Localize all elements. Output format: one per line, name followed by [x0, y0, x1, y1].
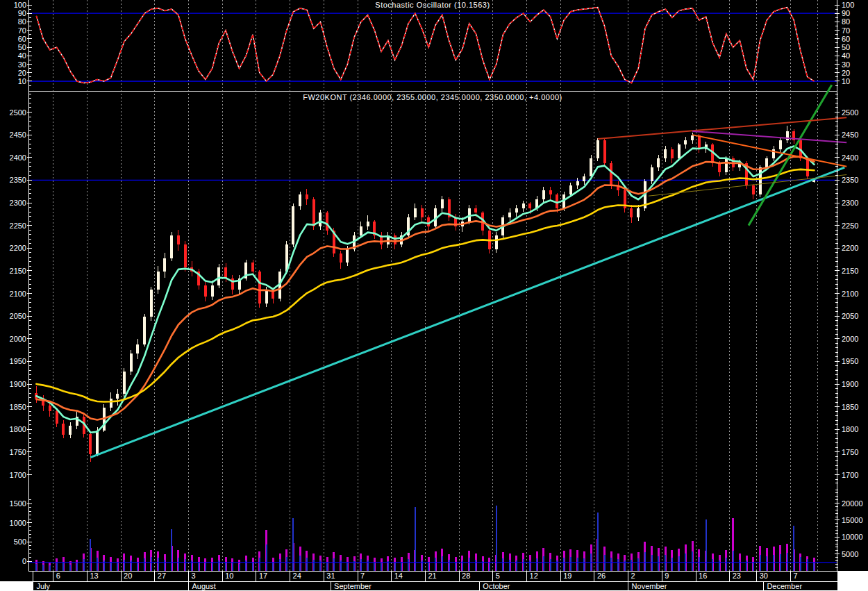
volume-overlay-bar — [610, 558, 612, 571]
volume-overlay-bar — [766, 556, 767, 571]
volume-overlay-bar — [449, 560, 450, 571]
volume-overlay-bar — [83, 559, 85, 571]
month-label: December — [767, 582, 802, 590]
candle-down — [89, 434, 92, 454]
candle-down — [251, 263, 254, 272]
week-label: 2 — [631, 572, 635, 580]
volume-overlay-bar — [401, 562, 402, 571]
candle-up — [414, 208, 417, 217]
stoch-axis-label: 10 — [842, 77, 850, 85]
candle-up — [96, 431, 99, 455]
volume-overlay-bar — [665, 555, 666, 571]
candle-down — [306, 194, 308, 199]
volume-overlay-bar — [360, 559, 362, 571]
week-label: 21 — [428, 572, 436, 580]
volume-overlay-bar — [279, 559, 281, 571]
price-axis-label: 2250 — [10, 222, 26, 230]
price-axis-label: 1850 — [10, 403, 26, 411]
price-axis-label: 1750 — [10, 448, 26, 456]
volume-overlay-bar — [563, 558, 565, 571]
week-label: 30 — [760, 572, 768, 580]
price-axis-label: 2150 — [842, 267, 858, 275]
stoch-axis-label: 50 — [18, 43, 26, 51]
volume-overlay-bar — [624, 560, 626, 571]
volume-overlay-bar — [191, 560, 192, 571]
volume-overlay-bar — [124, 560, 125, 571]
volume-overlay-bar — [137, 563, 138, 571]
candle-down — [671, 149, 674, 158]
price-axis-label: 2000 — [842, 335, 858, 343]
week-label: 23 — [733, 572, 741, 580]
candle-up — [217, 267, 220, 285]
candle-down — [752, 185, 755, 194]
candle-up — [292, 206, 294, 244]
candle-up — [367, 222, 369, 226]
price-axis-label: 2100 — [10, 290, 26, 298]
week-label: 6 — [56, 572, 60, 580]
candle-down — [204, 285, 207, 297]
price-axis-label: 2150 — [10, 267, 26, 275]
candle-up — [542, 190, 545, 199]
volume-overlay-bar — [62, 562, 64, 571]
candle-up — [590, 158, 592, 176]
volume-overlay-bar — [428, 562, 429, 571]
candle-down — [528, 203, 531, 208]
chart-window: 1001009090808070706060505040403030202010… — [0, 0, 868, 591]
stoch-axis-label: 70 — [842, 26, 850, 35]
month-label: July — [37, 582, 51, 590]
candle-down — [806, 158, 809, 176]
volume-overlay-bar — [583, 558, 585, 571]
month-row-bg — [33, 581, 838, 591]
volume-overlay-bar — [617, 559, 619, 571]
price-axis-label: 1700 — [842, 471, 858, 479]
stoch-axis-label: 20 — [842, 69, 850, 77]
volume-overlay-bar — [299, 556, 301, 571]
stoch-axis-label: 30 — [842, 60, 850, 69]
week-label: 9 — [665, 572, 669, 580]
price-axis-label: 2200 — [10, 244, 26, 252]
price-axis-label: 2300 — [10, 199, 26, 207]
volume-overlay-bar — [374, 563, 375, 571]
volume-axis-label: 15000 — [842, 516, 863, 524]
volume-overlay-bar — [347, 562, 348, 571]
candle-up — [157, 272, 160, 290]
volume-overlay-bar — [550, 559, 551, 571]
volume-overlay-bar — [110, 562, 112, 571]
candle-up — [265, 290, 268, 303]
candle-down — [630, 208, 633, 217]
price-axis-label: 2000 — [10, 335, 26, 343]
candle-up — [116, 394, 119, 399]
week-label: 12 — [530, 572, 538, 580]
price-axis-label: 1700 — [10, 471, 26, 479]
volume-overlay-bar — [604, 555, 606, 571]
candle-up — [657, 158, 660, 167]
stochastic-panel-title: Stochastic Oscillator (10.1563) — [28, 1, 837, 9]
volume-overlay-bar — [292, 518, 294, 571]
volume-overlay-bar — [793, 526, 794, 571]
stoch-axis-label: 40 — [18, 51, 26, 60]
stoch-axis-label: 60 — [18, 35, 26, 43]
candle-up — [150, 290, 153, 317]
stoch-axis-label: 80 — [18, 17, 26, 26]
volume-overlay-bar — [381, 563, 382, 571]
volume-overlay-bar — [266, 544, 267, 571]
volume-overlay-bar — [787, 553, 788, 571]
volume-overlay-bar — [212, 563, 213, 571]
week-label: 14 — [394, 572, 403, 580]
volume-overlay-bar — [76, 563, 78, 571]
volume-overlay-bar — [286, 557, 287, 571]
candle-up — [123, 372, 126, 394]
candle-down — [427, 217, 430, 226]
week-label: 7 — [793, 572, 797, 580]
candle-up — [725, 158, 728, 172]
stoch-axis-label: 100 — [842, 1, 854, 9]
volume-overlay-bar — [577, 558, 578, 571]
volume-overlay-bar — [442, 556, 443, 571]
volume-overlay-bar — [232, 563, 233, 571]
price-axis-label: 1950 — [10, 357, 26, 365]
candle-up — [299, 194, 301, 206]
month-label: August — [192, 582, 216, 590]
volume-overlay-bar — [455, 562, 456, 571]
candle-up — [495, 235, 498, 249]
candle-up — [651, 167, 653, 181]
